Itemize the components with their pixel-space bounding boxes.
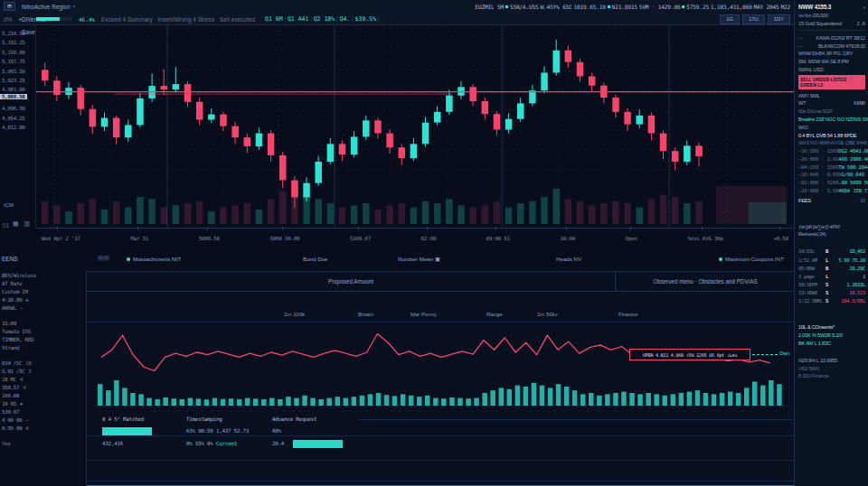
feed-row[interactable]: SWNL USD	[798, 65, 865, 73]
timeframe-button-1dy[interactable]: 1DY	[768, 14, 790, 24]
feed-row[interactable]: BLK/WCOM 47918.00	[798, 42, 865, 50]
feed-row[interactable]: WAS NO 4848 AUGE CBE 5448	[798, 139, 865, 147]
watchlist-row[interactable]: 10 05+	[0, 399, 86, 407]
toolbar-row-1: ≋ Matematik Bit▾·Kronecker Dove▾·NitroAc…	[0, 0, 794, 13]
quote-row[interactable]: 20:000 · 2.02408 2006.40	[798, 155, 865, 164]
legend-item-4[interactable]: Heads NV	[556, 256, 581, 262]
trade-time: 1:12 30RL	[798, 298, 823, 304]
watchlist-label: 5.01 /5C	[2, 369, 25, 374]
ticker-stat: MAY 2045	[753, 4, 778, 10]
menu-item-5[interactable]: Save	[22, 29, 75, 35]
spacer	[798, 305, 865, 314]
trade-row[interactable]: 1:12 30RLS104.5/95L	[798, 297, 865, 305]
footer-row: US2.5W0	[798, 364, 865, 372]
watchlist-row[interactable]: 18 MC4	[0, 375, 86, 383]
watchlist-row[interactable]: TIMBER, RED	[0, 335, 86, 343]
feed-text: 60s DGma SGP	[798, 108, 833, 114]
timeframe-button-1g[interactable]: 1G	[720, 14, 740, 24]
trade-value: 28.29C	[835, 266, 865, 271]
trade-side: L	[826, 257, 832, 263]
right-side-panel: NWW 4155.3▾no fun i20,00015 Gold Squande…	[794, 0, 868, 486]
time-tick-label: Open	[626, 236, 637, 241]
watchlist-row[interactable]: 0.95 804	[0, 424, 86, 432]
quote-row[interactable]: 20:000 · 5.504004 JIN 770	[798, 187, 865, 195]
watchlist-row[interactable]: 530.07	[0, 407, 86, 416]
watchlist-row[interactable]: 166.08	[0, 391, 86, 399]
table-b-row2: 0% 55% 0% Current	[186, 441, 237, 446]
legend-item-2[interactable]: Bond Due	[303, 256, 328, 262]
quote-row[interactable]: 04:250 · 3308TW 500 2044	[798, 163, 865, 171]
feed-row[interactable]: Breathe 218 NGC NO NZINIS SW	[798, 116, 865, 124]
spacer	[798, 314, 865, 323]
watchlist-row[interactable]: ANSWL–	[0, 304, 86, 312]
submenu-item-1[interactable]: Exceed 4 Summary	[101, 16, 153, 23]
watchlist-row[interactable]: BES/Wireless	[0, 271, 86, 279]
watchlist-row[interactable]: AT Rate	[0, 279, 86, 287]
timeframe-buttons: 1G17U1DY	[717, 14, 790, 24]
watchlist-label: 0.95 80	[2, 425, 22, 431]
watchlist-row[interactable]: Custom IM	[0, 287, 86, 295]
price-tick-label: 4,812.00	[2, 125, 25, 130]
app-logo-icon[interactable]: ≋	[4, 2, 15, 11]
watchlist-row[interactable]: Yes	[0, 439, 86, 447]
symbol-header[interactable]: NWW 4155.3▾	[798, 3, 865, 12]
feed-row[interactable]: AMY SML	[798, 91, 865, 99]
feed-row[interactable]: WIO	[798, 123, 865, 131]
feed-row[interactable]: 60s DGma SGP	[798, 107, 865, 116]
table-b-cell: 0%	[207, 441, 216, 446]
watchlist-row[interactable]: 5.01 /5C5	[0, 367, 86, 375]
alert-row[interactable]: SELL ORDER LISTED GREEN L2	[798, 75, 865, 89]
watchlist-row[interactable]: 15:09	[0, 319, 86, 327]
watchlist-label: 034 /5C	[2, 360, 22, 366]
candlestick-chart[interactable]	[36, 25, 794, 228]
timeframe-button-17u[interactable]: 17U	[742, 14, 765, 24]
axis-tool-icons[interactable]: ▦ ▥	[13, 220, 32, 228]
feed-row[interactable]: SM. MDW WA SE 8 PM	[798, 58, 865, 66]
add-button[interactable]: +	[18, 16, 22, 23]
legend-item-1[interactable]: Massachusetts MIT	[127, 256, 182, 262]
menu-item-3[interactable]: NitroActive Region▾	[22, 4, 75, 10]
indicator-chart[interactable]	[94, 324, 790, 411]
watchlist-row[interactable]: Tomato ISS	[0, 327, 86, 335]
watchlist-row[interactable]: 4 00 00–	[0, 416, 86, 424]
footer-text: 2.00K % 5W2R 5.2/0	[798, 332, 843, 338]
legend-item-3[interactable]: Number Mean ▣	[398, 256, 440, 262]
trade-time: 1:52 AM	[798, 257, 823, 263]
price-tick-label: 5,150.00	[2, 50, 25, 55]
trade-row[interactable]: 23:16W0S18.523	[798, 289, 865, 297]
watchlist-row[interactable]: 4:20.80+	[0, 295, 86, 304]
trade-row[interactable]: 1 pageL1	[798, 272, 865, 280]
footer-text: BK.4W L 1.83C	[798, 341, 831, 346]
quote-row[interactable]: 10:040 · 0.608G/98 048 .03	[798, 171, 865, 179]
quote-row[interactable]: 16:200 · 1368DG2 4041.6M	[798, 147, 865, 155]
trade-row[interactable]: 50:16PMS1.2833L	[798, 281, 865, 289]
trade-side: L	[826, 274, 832, 279]
time-tick-label: +0.50	[773, 236, 788, 241]
watchlist-row[interactable]: 350,574	[0, 383, 86, 391]
feed-row[interactable]: WNW DH84 JIF PG. CRY	[798, 50, 865, 58]
quote-row[interactable]: 02:080 · 5200.00 5000 505	[798, 179, 865, 187]
watchlist-row[interactable]: Strand	[0, 343, 86, 351]
tab-proposed-amount[interactable]: Proposed Amount	[87, 272, 616, 291]
submenu-item-3[interactable]: Sell executed	[220, 16, 255, 23]
submenu-item-2[interactable]: Insert/Wrong 4 Stress	[157, 16, 214, 23]
trade-value: 1.2833L	[835, 282, 865, 287]
trade-row[interactable]: 14:53cB10,462	[798, 248, 865, 256]
watchlist-label: AT Rate	[2, 281, 22, 286]
tab-observed-menu[interactable]: Observed menu · Obstacles and PDV/AS	[616, 272, 795, 291]
divider	[87, 481, 795, 481]
trade-row[interactable]: 1:52 AML5.99 73.20	[798, 256, 865, 264]
zero-pct-label: 0%	[4, 16, 12, 23]
watchlist-row[interactable]: 034 /5C18	[0, 359, 86, 367]
feed-text: SM. MDW WA SE 8 PM	[798, 59, 849, 64]
quote-value: DG2 4041.6M	[838, 148, 868, 154]
feed-row[interactable]: KAMA 012N2 RT 38/12	[798, 33, 865, 42]
table-c-progress-bar	[293, 440, 343, 448]
trade-value: 1	[835, 274, 865, 279]
legend-item-5[interactable]: Maximum Coupons INT	[719, 256, 784, 262]
watchlist-sidebar: BES/WirelessAT RateCustom IM4:20.80+ANSW…	[0, 271, 86, 486]
progress-pct: 46.4%	[79, 16, 95, 23]
trade-row[interactable]: 05:00WB28.29C	[798, 264, 865, 272]
feed-row[interactable]: WT60ND	[798, 99, 865, 107]
feed-row[interactable]: 0.4 BYL DVB 54 1.88 6PDE	[798, 131, 865, 139]
